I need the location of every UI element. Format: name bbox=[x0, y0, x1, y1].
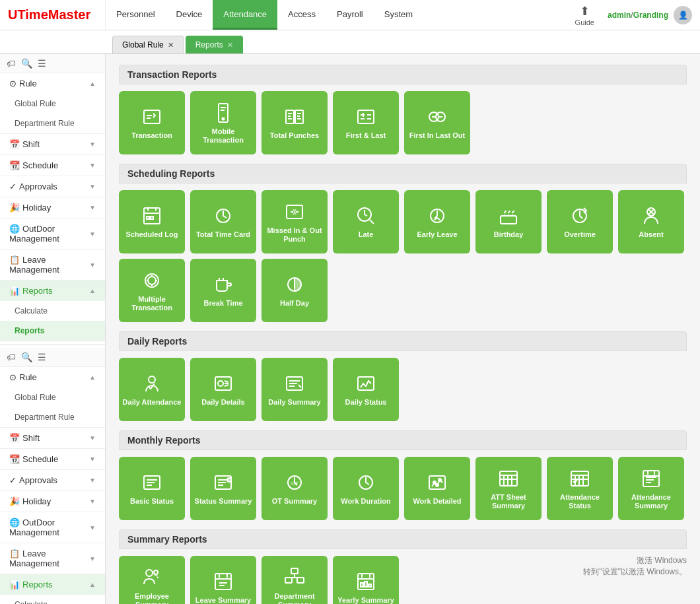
card-birthday[interactable]: Birthday bbox=[475, 190, 542, 253]
svg-rect-40 bbox=[291, 568, 298, 574]
card-department-summary[interactable]: Department Summary bbox=[262, 556, 328, 604]
attendance-status-icon bbox=[568, 467, 592, 490]
sidebar-item-reports[interactable]: 📊Reports ▲ bbox=[0, 281, 105, 301]
dept-rule-label-2: Department Rule bbox=[15, 413, 75, 422]
nav-links: Personnel Device Attendance Access Payro… bbox=[106, 0, 575, 30]
card-first-last[interactable]: First & Last bbox=[333, 91, 399, 154]
sidebar-section-rule-2: ⊙Rule ▲ Global Rule Department Rule bbox=[0, 367, 105, 428]
card-ot-summary[interactable]: OT OT Summary bbox=[262, 457, 328, 520]
tab-reports-close[interactable]: ✕ bbox=[227, 41, 233, 50]
sidebar-item-outdoor[interactable]: 🌐OutDoor Management ▼ bbox=[0, 218, 105, 249]
svg-point-19 bbox=[149, 376, 155, 383]
card-yearly-summary[interactable]: Yearly Summary bbox=[333, 556, 399, 604]
card-late[interactable]: Late bbox=[333, 190, 399, 253]
card-early-leave-label: Early Leave bbox=[417, 230, 457, 239]
sidebar-item-calculate-2[interactable]: Calculate bbox=[0, 595, 105, 604]
card-employee-summary[interactable]: Employee Summary bbox=[119, 556, 185, 604]
search-icon[interactable]: 🔍 bbox=[21, 58, 32, 69]
card-total-time-card[interactable]: Total Time Card bbox=[190, 190, 256, 253]
card-attendance-summary[interactable]: Attendance Summary bbox=[618, 457, 684, 520]
schedule-arrow: ▼ bbox=[89, 162, 96, 169]
card-basic-status[interactable]: Basic Status bbox=[119, 457, 185, 520]
card-half-day[interactable]: Half Day bbox=[262, 259, 328, 322]
holiday-arrow: ▼ bbox=[89, 204, 96, 211]
sidebar-item-global-rule[interactable]: Global Rule bbox=[0, 94, 105, 114]
summary-header-label: Summary Reports bbox=[127, 534, 207, 545]
card-status-summary[interactable]: Status Summary bbox=[190, 457, 256, 520]
company: Granding bbox=[633, 11, 668, 20]
sidebar-item-calculate[interactable]: Calculate bbox=[0, 301, 105, 321]
sidebar-item-reports-2[interactable]: 📊Reports ▲ bbox=[0, 574, 105, 595]
daily-details-icon bbox=[211, 372, 235, 395]
sidebar-item-approvals-2[interactable]: ✓Approvals ▼ bbox=[0, 470, 105, 490]
card-absent[interactable]: Absent bbox=[618, 190, 684, 253]
sidebar-item-holiday[interactable]: 🎉Holiday ▼ bbox=[0, 197, 105, 218]
card-overtime[interactable]: Overtime bbox=[547, 190, 613, 253]
holiday-icon: 🎉 bbox=[9, 203, 20, 213]
sidebar-tools: 🏷 🔍 ☰ bbox=[0, 54, 105, 73]
global-rule-label: Global Rule bbox=[15, 99, 56, 108]
nav-personnel[interactable]: Personnel bbox=[106, 0, 166, 30]
tab-global-rule-close[interactable]: ✕ bbox=[168, 41, 174, 50]
list-icon-2[interactable]: ☰ bbox=[38, 352, 46, 362]
card-att-sheet[interactable]: ATT Sheet Summary bbox=[475, 457, 542, 520]
card-daily-summary[interactable]: Daily Summary bbox=[262, 358, 328, 421]
nav-attendance[interactable]: Attendance bbox=[213, 0, 277, 30]
tab-global-rule[interactable]: Global Rule ✕ bbox=[112, 36, 184, 53]
sidebar-item-reports-sub[interactable]: Reports bbox=[0, 321, 105, 341]
card-attendance-status[interactable]: Attendance Status bbox=[547, 457, 613, 520]
attendance-summary-icon bbox=[639, 467, 663, 490]
nav-payroll[interactable]: Payroll bbox=[326, 0, 374, 30]
sidebar-item-leave[interactable]: 📋Leave Management ▼ bbox=[0, 250, 105, 280]
list-icon[interactable]: ☰ bbox=[38, 58, 46, 69]
shift-arrow: ▼ bbox=[89, 141, 96, 148]
sidebar-item-global-rule-2[interactable]: Global Rule bbox=[0, 387, 105, 407]
card-multiple-transaction[interactable]: Multiple Transaction bbox=[119, 259, 185, 322]
status-summary-icon bbox=[211, 471, 235, 494]
late-icon bbox=[354, 204, 378, 228]
tab-reports-label: Reports bbox=[195, 40, 223, 50]
sidebar-item-schedule-2[interactable]: 📆Schedule ▼ bbox=[0, 449, 105, 469]
nav-access[interactable]: Access bbox=[277, 0, 326, 30]
sidebar-item-leave-2[interactable]: 📋Leave Management ▼ bbox=[0, 543, 105, 574]
department-summary-icon bbox=[283, 566, 306, 589]
sidebar-item-holiday-2[interactable]: 🎉Holiday ▼ bbox=[0, 491, 105, 512]
card-total-punches[interactable]: Total Punches bbox=[262, 91, 328, 154]
nav-system[interactable]: System bbox=[374, 0, 423, 30]
card-first-last-label: First & Last bbox=[346, 131, 386, 140]
user-avatar[interactable]: 👤 bbox=[674, 6, 692, 24]
sidebar-item-outdoor-2[interactable]: 🌐OutDoor Management ▼ bbox=[0, 512, 105, 543]
reports-nav-label: Reports bbox=[22, 286, 53, 296]
sidebar-item-shift[interactable]: 📅Shift ▼ bbox=[0, 134, 105, 154]
sidebar-item-rule-2[interactable]: ⊙Rule ▲ bbox=[0, 367, 105, 387]
card-first-in-last-out[interactable]: First In Last Out bbox=[404, 91, 470, 154]
guide-button[interactable]: ⬆ Guide bbox=[575, 4, 594, 26]
tab-reports[interactable]: Reports ✕ bbox=[186, 36, 243, 53]
sidebar-item-schedule[interactable]: 📆Schedule ▼ bbox=[0, 155, 105, 176]
card-daily-attendance[interactable]: Daily Attendance bbox=[119, 358, 185, 421]
sidebar-item-dept-rule-2[interactable]: Department Rule bbox=[0, 407, 105, 427]
tag-icon-2[interactable]: 🏷 bbox=[7, 352, 16, 362]
nav-device[interactable]: Device bbox=[166, 0, 213, 30]
svg-rect-13 bbox=[501, 216, 516, 224]
card-transaction[interactable]: Transaction bbox=[119, 91, 185, 154]
sidebar-item-approvals[interactable]: ✓Approvals ▼ bbox=[0, 176, 105, 197]
card-daily-details[interactable]: Daily Details bbox=[190, 358, 256, 421]
scheduling-header-label: Scheduling Reports bbox=[127, 168, 215, 179]
card-work-duration[interactable]: Work Duration bbox=[333, 457, 399, 520]
card-daily-status[interactable]: Daily Status bbox=[333, 358, 399, 421]
card-missed-punch[interactable]: Missed In & Out Punch bbox=[262, 190, 328, 253]
card-work-detailed[interactable]: Work Detailed bbox=[404, 457, 470, 520]
card-mobile-transaction[interactable]: Mobile Transaction bbox=[190, 91, 256, 154]
sidebar-item-dept-rule[interactable]: Department Rule bbox=[0, 114, 105, 133]
card-leave-summary[interactable]: Leave Summary bbox=[190, 556, 256, 604]
card-scheduled-log[interactable]: Scheduled Log bbox=[119, 190, 185, 253]
card-break-time[interactable]: Break Time bbox=[190, 259, 256, 322]
daily-reports-header: Daily Reports bbox=[119, 331, 687, 351]
tag-icon[interactable]: 🏷 bbox=[7, 58, 16, 69]
monthly-header-label: Monthly Reports bbox=[127, 435, 200, 446]
card-early-leave[interactable]: Early Leave bbox=[404, 190, 470, 253]
sidebar-item-shift-2[interactable]: 📅Shift ▼ bbox=[0, 428, 105, 448]
search-icon-2[interactable]: 🔍 bbox=[21, 352, 32, 362]
sidebar-item-rule[interactable]: ⊙Rule ▲ bbox=[0, 73, 105, 94]
